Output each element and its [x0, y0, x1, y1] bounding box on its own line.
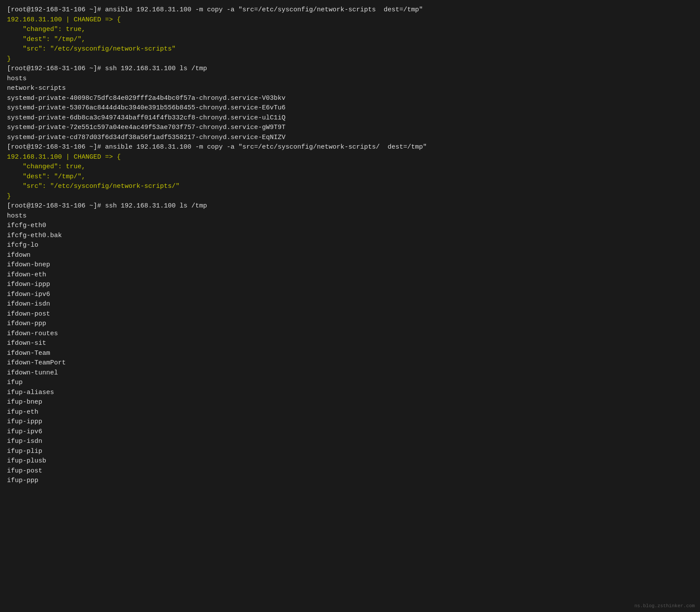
terminal-line: [root@192-168-31-106 ~]# ssh 192.168.31.… — [7, 65, 207, 72]
terminal-line: ifup — [7, 379, 23, 386]
terminal-line: ifup-ippp — [7, 418, 42, 425]
terminal-line: systemd-private-53076ac8444d4bc3940e391b… — [7, 104, 285, 112]
terminal-line: ifcfg-eth0.bak — [7, 232, 62, 239]
terminal-line: "src": "/etc/sysconfig/network-scripts/" — [7, 183, 180, 190]
terminal-line: 192.168.31.100 | CHANGED => { — [7, 16, 121, 24]
terminal-line: systemd-private-72e551c597a04ee4ac49f53a… — [7, 124, 285, 131]
terminal-line: "changed": true, — [7, 163, 85, 170]
terminal-line: [root@192-168-31-106 ~]# ansible 192.168… — [7, 6, 423, 14]
terminal-line: "dest": "/tmp/", — [7, 36, 85, 43]
terminal-line: systemd-private-40098c75dfc84e029fff2a4b… — [7, 95, 285, 102]
terminal-line: ifdown-sit — [7, 340, 46, 347]
terminal-line: } — [7, 193, 11, 200]
terminal-line: ifdown-TeamPort — [7, 359, 66, 367]
terminal-line: ifup-bnep — [7, 398, 42, 406]
terminal-line: ifdown-ipv6 — [7, 291, 50, 298]
terminal-line: } — [7, 55, 11, 63]
terminal-line: [root@192-168-31-106 ~]# ssh 192.168.31.… — [7, 202, 207, 210]
terminal-line: "dest": "/tmp/", — [7, 173, 85, 180]
terminal-output: [root@192-168-31-106 ~]# ansible 192.168… — [7, 5, 693, 486]
terminal-line: hosts — [7, 75, 27, 82]
terminal-line: ifdown-routes — [7, 330, 58, 337]
terminal-line: ifup-plusb — [7, 457, 46, 465]
terminal-line: ifdown-tunnel — [7, 369, 58, 377]
terminal-line: ifup-isdn — [7, 438, 42, 445]
watermark: ns.blog.zsthinker.com — [634, 603, 695, 609]
terminal-line: ifdown-bnep — [7, 261, 50, 269]
terminal-line: ifcfg-eth0 — [7, 222, 46, 229]
terminal-line: systemd-private-6db8ca3c9497434baff014f4… — [7, 114, 285, 122]
terminal-line: systemd-private-cd787d03f6d34df38a56f1ad… — [7, 134, 285, 141]
terminal-line: ifdown — [7, 252, 31, 259]
terminal-line: ifdown-isdn — [7, 300, 50, 308]
terminal-line: ifdown-ppp — [7, 320, 46, 327]
terminal-line: ifup-eth — [7, 408, 38, 416]
terminal-line: "src": "/etc/sysconfig/network-scripts" — [7, 45, 176, 53]
terminal-line: ifup-ipv6 — [7, 428, 42, 435]
terminal-line: ifup-ppp — [7, 477, 38, 484]
terminal-line: ifup-aliases — [7, 389, 54, 396]
terminal-line: ifdown-eth — [7, 271, 46, 279]
terminal-line: 192.168.31.100 | CHANGED => { — [7, 153, 121, 161]
terminal-line: ifdown-ippp — [7, 281, 50, 288]
terminal-line: ifcfg-lo — [7, 241, 38, 249]
terminal-line: ifup-post — [7, 467, 42, 475]
terminal-line: ifup-plip — [7, 448, 42, 455]
terminal-line: ifdown-post — [7, 310, 50, 318]
terminal-line: hosts — [7, 212, 27, 220]
terminal-line: "changed": true, — [7, 26, 85, 33]
terminal-line: ifdown-Team — [7, 350, 50, 357]
terminal-line: [root@192-168-31-106 ~]# ansible 192.168… — [7, 143, 427, 151]
terminal-line: network-scripts — [7, 85, 66, 92]
